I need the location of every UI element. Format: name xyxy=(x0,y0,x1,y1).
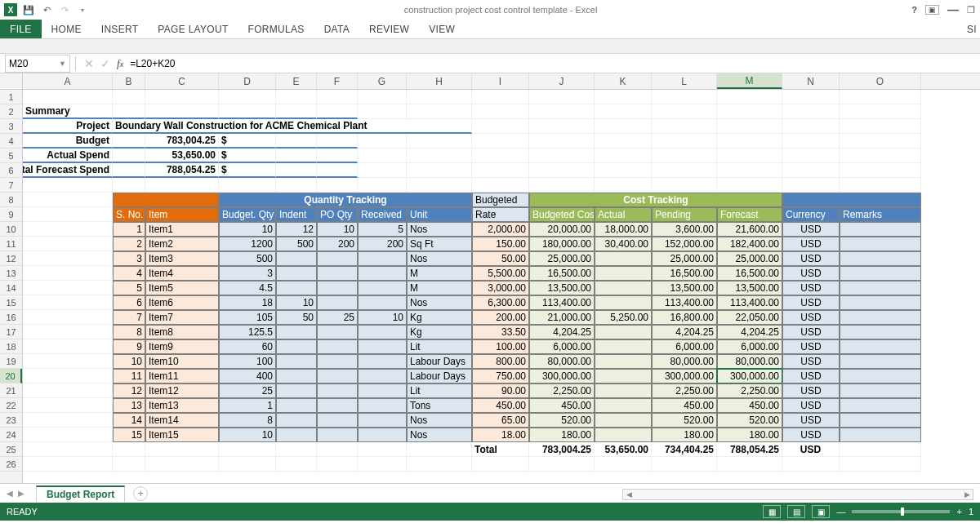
cell-item-6[interactable]: Item7 xyxy=(145,310,219,325)
cell-act-4[interactable] xyxy=(595,281,652,295)
add-sheet-button[interactable]: + xyxy=(133,486,148,501)
cell-fc-12[interactable]: 450.00 xyxy=(717,398,782,413)
cell-remarks-3[interactable] xyxy=(840,266,921,281)
cell-item-4[interactable]: Item5 xyxy=(145,281,219,295)
cell-act-5[interactable] xyxy=(595,295,652,310)
cell-rate-10[interactable]: 750.00 xyxy=(472,369,529,383)
cell-ind-3[interactable] xyxy=(276,266,317,281)
cell-remarks-0[interactable] xyxy=(840,222,921,237)
col-header-B[interactable]: B xyxy=(113,73,145,89)
enter-formula-icon[interactable]: ✓ xyxy=(97,57,114,70)
cell-sno-14[interactable]: 15 xyxy=(113,428,145,442)
cell-act-13[interactable] xyxy=(595,413,652,428)
cell-ind-7[interactable] xyxy=(276,325,317,339)
cell-unit-3[interactable]: M xyxy=(407,266,472,281)
cell-bq-0[interactable]: 10 xyxy=(219,222,276,237)
cell-sno-12[interactable]: 13 xyxy=(113,398,145,413)
cell-cur-13[interactable]: USD xyxy=(782,413,840,428)
row-header-16[interactable]: 16 xyxy=(0,310,22,325)
cell-cur-1[interactable]: USD xyxy=(782,237,840,251)
cell-cur-9[interactable]: USD xyxy=(782,354,840,369)
row-header-19[interactable]: 19 xyxy=(0,354,22,369)
cell-unit-11[interactable]: Lit xyxy=(407,383,472,398)
spreadsheet-grid[interactable]: SummaryProjectBoundary Wall Construction… xyxy=(23,90,980,483)
row-header-18[interactable]: 18 xyxy=(0,339,22,354)
cell-rec-13[interactable] xyxy=(358,413,407,428)
row-header-11[interactable]: 11 xyxy=(0,237,22,251)
th-item[interactable]: Item xyxy=(145,207,219,222)
cell-act-14[interactable] xyxy=(595,428,652,442)
th-received[interactable]: Received xyxy=(358,207,407,222)
view-normal-icon[interactable]: ▦ xyxy=(763,505,781,518)
cell-ind-4[interactable] xyxy=(276,281,317,295)
cell-act-9[interactable] xyxy=(595,354,652,369)
total-pen[interactable]: 734,404.25 xyxy=(652,442,717,457)
cell-sno-1[interactable]: 2 xyxy=(113,237,145,251)
cell-bc-10[interactable]: 300,000.00 xyxy=(529,369,595,383)
cell-ind-12[interactable] xyxy=(276,398,317,413)
cell-bc-7[interactable]: 4,204.25 xyxy=(529,325,595,339)
undo-icon[interactable]: ↶ xyxy=(39,2,54,17)
cell-unit-0[interactable]: Nos xyxy=(407,222,472,237)
cell-bq-10[interactable]: 400 xyxy=(219,369,276,383)
row-header-4[interactable]: 4 xyxy=(0,134,22,149)
cell-fc-7[interactable]: 4,204.25 xyxy=(717,325,782,339)
cell-pen-6[interactable]: 16,800.00 xyxy=(652,310,717,325)
cell-item-13[interactable]: Item14 xyxy=(145,413,219,428)
cell-act-10[interactable] xyxy=(595,369,652,383)
cell-po-14[interactable] xyxy=(317,428,358,442)
cell-bq-9[interactable]: 100 xyxy=(219,354,276,369)
cell-po-6[interactable]: 25 xyxy=(317,310,358,325)
cell-act-8[interactable] xyxy=(595,339,652,354)
cell-fc-3[interactable]: 16,500.00 xyxy=(717,266,782,281)
cell-pen-10[interactable]: 300,000.00 xyxy=(652,369,717,383)
cell-rec-5[interactable] xyxy=(358,295,407,310)
summary-value-1[interactable]: 783,004.25 xyxy=(145,134,219,149)
cell-fc-4[interactable]: 13,500.00 xyxy=(717,281,782,295)
cell-item-9[interactable]: Item10 xyxy=(145,354,219,369)
formula-input[interactable] xyxy=(127,55,980,73)
zoom-level[interactable]: 1 xyxy=(969,507,973,516)
cell-sno-0[interactable]: 1 xyxy=(113,222,145,237)
cell-sno-3[interactable]: 4 xyxy=(113,266,145,281)
cell-rate-0[interactable]: 2,000.00 xyxy=(472,222,529,237)
cell-cur-12[interactable]: USD xyxy=(782,398,840,413)
summary-currency-3[interactable]: $ xyxy=(219,163,276,178)
summary-label-1[interactable]: Budget xyxy=(23,134,113,149)
cell-cur-7[interactable]: USD xyxy=(782,325,840,339)
th-po-qty[interactable]: PO Qty xyxy=(317,207,358,222)
cell-remarks-1[interactable] xyxy=(840,237,921,251)
col-header-E[interactable]: E xyxy=(276,73,317,89)
cell-po-2[interactable] xyxy=(317,251,358,266)
cell-cur-6[interactable]: USD xyxy=(782,310,840,325)
row-header-23[interactable]: 23 xyxy=(0,413,22,428)
cell-rate-1[interactable]: 150.00 xyxy=(472,237,529,251)
row-header-10[interactable]: 10 xyxy=(0,222,22,237)
restore-icon[interactable]: ❐ xyxy=(967,5,975,16)
row-header-17[interactable]: 17 xyxy=(0,325,22,339)
cell-fc-2[interactable]: 25,000.00 xyxy=(717,251,782,266)
cell-unit-9[interactable]: Labour Days xyxy=(407,354,472,369)
cell-fc-6[interactable]: 22,050.00 xyxy=(717,310,782,325)
row-header-20[interactable]: 20 xyxy=(0,369,22,383)
cell-remarks-10[interactable] xyxy=(840,369,921,383)
cell-act-0[interactable]: 18,000.00 xyxy=(595,222,652,237)
minimize-icon[interactable]: — xyxy=(947,3,959,16)
row-header-7[interactable]: 7 xyxy=(0,178,22,193)
cell-bc-11[interactable]: 2,250.00 xyxy=(529,383,595,398)
col-header-A[interactable]: A xyxy=(23,73,113,89)
cell-pen-0[interactable]: 3,600.00 xyxy=(652,222,717,237)
cell-rate-11[interactable]: 90.00 xyxy=(472,383,529,398)
cell-fc-1[interactable]: 182,400.00 xyxy=(717,237,782,251)
cell-ind-11[interactable] xyxy=(276,383,317,398)
summary-currency-1[interactable]: $ xyxy=(219,134,276,149)
cell-bq-12[interactable]: 1 xyxy=(219,398,276,413)
cell-cur-14[interactable]: USD xyxy=(782,428,840,442)
cell-ind-8[interactable] xyxy=(276,339,317,354)
row-header-12[interactable]: 12 xyxy=(0,251,22,266)
cell-bc-13[interactable]: 520.00 xyxy=(529,413,595,428)
cell-ind-2[interactable] xyxy=(276,251,317,266)
cell-po-1[interactable]: 200 xyxy=(317,237,358,251)
tab-data[interactable]: DATA xyxy=(314,20,359,38)
cell-bq-5[interactable]: 18 xyxy=(219,295,276,310)
